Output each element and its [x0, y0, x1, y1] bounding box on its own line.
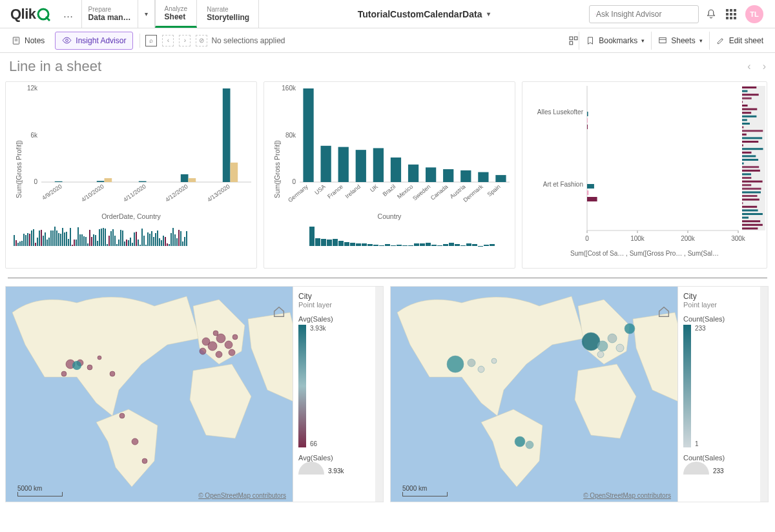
svg-point-124	[110, 371, 115, 376]
svg-text:0: 0	[292, 178, 296, 185]
edit-sheet-button[interactable]: Edit sheet	[709, 32, 770, 50]
chart1-minimap[interactable]	[14, 223, 249, 246]
chart3-plot[interactable]: 0100k200k300kAlles LusekofterArt et Fash…	[522, 82, 768, 249]
map-left-scrollbar[interactable]	[375, 287, 383, 502]
notes-icon	[12, 36, 21, 45]
selection-bar: Notes Insight Advisor ⌕ ‹ › ⊘ No selecti…	[0, 28, 775, 53]
svg-rect-8	[570, 37, 573, 40]
svg-rect-81	[742, 159, 758, 161]
chart2-card[interactable]: Sum([Gross Profit]) 080k160kGermanyUSAFr…	[264, 81, 515, 269]
insight-advisor-button[interactable]: Insight Advisor	[55, 32, 133, 50]
app-title[interactable]: TutorialCustomCalendarData ▾	[259, 9, 589, 19]
smart-search-icon[interactable]: ⌕	[145, 35, 157, 46]
legend-max: 3.93k	[310, 325, 326, 332]
search-input[interactable]	[596, 10, 693, 19]
svg-point-138	[447, 356, 464, 373]
notes-button[interactable]: Notes	[5, 32, 51, 50]
apps-icon[interactable]	[726, 9, 736, 19]
svg-rect-98	[742, 220, 760, 222]
chart3-card[interactable]: 0100k200k300kAlles LusekofterArt et Fash…	[522, 81, 767, 269]
chevron-down-icon: ▾	[487, 10, 490, 17]
svg-point-143	[526, 441, 533, 449]
map-right-canvas[interactable]	[391, 287, 687, 502]
sheets-button[interactable]: Sheets ▾	[651, 32, 708, 50]
step-back-icon[interactable]: ‹	[162, 35, 174, 46]
svg-rect-94	[742, 206, 757, 208]
svg-point-137	[72, 361, 81, 370]
svg-point-136	[232, 334, 238, 340]
nav-narrate[interactable]: Narrate Storytelling	[197, 0, 259, 28]
chart2-minimap[interactable]	[309, 223, 508, 246]
svg-rect-17	[55, 181, 63, 182]
avatar[interactable]: TL	[745, 5, 763, 23]
map-left-canvas[interactable]	[6, 287, 302, 502]
logo-mark	[36, 7, 50, 21]
home-icon[interactable]	[657, 305, 671, 319]
legend-measure: Count(Sales)	[683, 315, 755, 323]
nav-prepare-main: Data man…	[88, 13, 131, 22]
bell-icon[interactable]	[705, 8, 717, 20]
dial-label: Avg(Sales)	[298, 454, 370, 462]
chart1-card[interactable]: Sum([Gross Profit]) 06k12k4/9/20204/10/2…	[5, 81, 257, 269]
svg-point-131	[225, 341, 232, 349]
legend-subtitle: Point layer	[683, 301, 755, 309]
svg-text:Art et Fashion: Art et Fashion	[543, 181, 583, 188]
svg-text:6k: 6k	[30, 132, 38, 139]
svg-text:4/11/2020: 4/11/2020	[122, 183, 147, 203]
svg-text:Sweden: Sweden	[411, 183, 431, 202]
svg-text:USA: USA	[313, 183, 327, 196]
svg-rect-23	[139, 181, 147, 182]
legend-title: City	[298, 292, 370, 301]
dial-icon	[683, 462, 709, 475]
svg-rect-92	[742, 199, 760, 201]
map-right-scrollbar[interactable]	[760, 287, 768, 502]
map-attribution[interactable]: © OpenStreetMap contributors	[198, 492, 286, 499]
svg-text:Canada: Canada	[429, 183, 450, 201]
home-icon[interactable]	[272, 305, 286, 319]
nav-prepare[interactable]: Prepare Data man… ▾	[81, 0, 155, 28]
svg-point-126	[132, 438, 138, 445]
dial-label: Count(Sales)	[683, 454, 755, 462]
chevron-down-icon: ▾	[699, 37, 703, 44]
svg-text:UK: UK	[369, 183, 379, 194]
nav-analyze-sub: Analyze	[165, 5, 188, 12]
chart2-ylabel: Sum([Gross Profit])	[273, 140, 281, 198]
svg-rect-21	[105, 178, 112, 182]
svg-rect-29	[223, 88, 231, 182]
svg-rect-77	[742, 145, 743, 147]
dial-icon	[298, 462, 324, 475]
next-sheet-button[interactable]: ›	[763, 61, 766, 72]
svg-rect-50	[426, 167, 436, 182]
svg-rect-20	[97, 181, 105, 182]
insight-search[interactable]	[589, 5, 699, 23]
svg-rect-42	[356, 150, 366, 182]
chart2-xlabel: Country	[264, 211, 515, 223]
svg-text:80k: 80k	[285, 132, 296, 139]
app-title-text: TutorialCustomCalendarData	[358, 9, 482, 19]
svg-rect-38	[321, 146, 331, 182]
svg-rect-93	[742, 202, 743, 204]
svg-point-146	[608, 334, 617, 343]
nav-prepare-chevron[interactable]: ▾	[138, 0, 154, 28]
chart1-xlabel: OrderDate, Country	[6, 211, 256, 223]
svg-rect-112	[587, 112, 588, 116]
chart2-plot[interactable]: 080k160kGermanyUSAFranceIrelandUKBrazilM…	[264, 82, 516, 211]
svg-rect-100	[742, 227, 758, 229]
svg-rect-52	[443, 169, 453, 182]
step-forward-icon[interactable]: ›	[179, 35, 191, 46]
selections-tool-icon[interactable]	[568, 36, 579, 46]
nav-analyze[interactable]: Analyze Sheet	[155, 0, 198, 28]
chart1-plot[interactable]: 06k12k4/9/20204/10/20204/11/20204/12/202…	[6, 82, 258, 211]
prev-sheet-button[interactable]: ‹	[747, 61, 750, 72]
bookmarks-button[interactable]: Bookmarks ▾	[579, 32, 651, 50]
map-attribution[interactable]: © OpenStreetMap contributors	[583, 492, 671, 499]
map-left[interactable]: City Point layer Avg(Sales) 3.93k 66 Avg…	[5, 286, 384, 502]
map-right[interactable]: City Point layer Count(Sales) 233 1 Coun…	[390, 286, 769, 502]
more-button[interactable]: …	[56, 8, 81, 20]
svg-rect-10	[570, 41, 573, 45]
svg-rect-75	[742, 137, 762, 139]
svg-rect-72	[742, 127, 743, 128]
svg-point-133	[216, 351, 222, 358]
clear-all-icon[interactable]: ⊘	[196, 35, 207, 46]
logo[interactable]: Qlik	[5, 6, 56, 23]
